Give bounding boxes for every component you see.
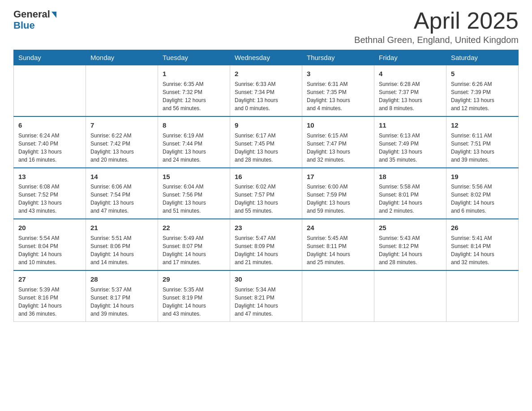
day-number: 25 — [379, 223, 442, 233]
logo-line2: Blue — [13, 20, 35, 31]
calendar-cell: 2Sunrise: 6:33 AM Sunset: 7:34 PM Daylig… — [230, 65, 302, 116]
title-block: April 2025 Bethnal Green, England, Unite… — [354, 9, 519, 45]
location-title: Bethnal Green, England, United Kingdom — [354, 35, 519, 45]
week-row-2: 6Sunrise: 6:24 AM Sunset: 7:40 PM Daylig… — [14, 116, 519, 168]
calendar-cell: 1Sunrise: 6:35 AM Sunset: 7:32 PM Daylig… — [158, 65, 230, 116]
week-row-1: 1Sunrise: 6:35 AM Sunset: 7:32 PM Daylig… — [14, 65, 519, 116]
day-info: Sunrise: 5:56 AM Sunset: 8:02 PM Dayligh… — [451, 183, 514, 215]
day-number: 17 — [307, 172, 369, 182]
header-row: SundayMondayTuesdayWednesdayThursdayFrid… — [14, 50, 519, 65]
header-cell-sunday: Sunday — [14, 50, 86, 65]
day-info: Sunrise: 6:04 AM Sunset: 7:56 PM Dayligh… — [163, 183, 225, 215]
day-info: Sunrise: 6:00 AM Sunset: 7:59 PM Dayligh… — [307, 183, 369, 215]
day-number: 2 — [235, 69, 297, 79]
calendar-cell: 20Sunrise: 5:54 AM Sunset: 8:04 PM Dayli… — [14, 219, 86, 270]
calendar-cell: 30Sunrise: 5:34 AM Sunset: 8:21 PM Dayli… — [230, 270, 302, 321]
calendar-cell: 22Sunrise: 5:49 AM Sunset: 8:07 PM Dayli… — [158, 219, 230, 270]
calendar-cell: 6Sunrise: 6:24 AM Sunset: 7:40 PM Daylig… — [14, 116, 86, 168]
day-info: Sunrise: 5:39 AM Sunset: 8:16 PM Dayligh… — [18, 286, 81, 318]
calendar-cell: 15Sunrise: 6:04 AM Sunset: 7:56 PM Dayli… — [158, 168, 230, 219]
week-row-4: 20Sunrise: 5:54 AM Sunset: 8:04 PM Dayli… — [14, 219, 519, 270]
day-info: Sunrise: 6:13 AM Sunset: 7:49 PM Dayligh… — [379, 132, 442, 164]
logo-line1: General — [13, 9, 56, 20]
day-info: Sunrise: 6:11 AM Sunset: 7:51 PM Dayligh… — [451, 132, 514, 164]
day-number: 21 — [90, 223, 153, 233]
day-info: Sunrise: 5:47 AM Sunset: 8:09 PM Dayligh… — [235, 234, 297, 266]
calendar-cell — [302, 270, 374, 321]
day-info: Sunrise: 5:58 AM Sunset: 8:01 PM Dayligh… — [379, 183, 442, 215]
calendar-cell: 4Sunrise: 6:28 AM Sunset: 7:37 PM Daylig… — [374, 65, 446, 116]
logo: General Blue — [13, 9, 56, 31]
day-number: 20 — [18, 223, 81, 233]
week-row-3: 13Sunrise: 6:08 AM Sunset: 7:52 PM Dayli… — [14, 168, 519, 219]
day-number: 8 — [163, 120, 225, 130]
day-info: Sunrise: 6:33 AM Sunset: 7:34 PM Dayligh… — [235, 80, 297, 112]
calendar-cell: 5Sunrise: 6:26 AM Sunset: 7:39 PM Daylig… — [446, 65, 519, 116]
calendar-cell: 11Sunrise: 6:13 AM Sunset: 7:49 PM Dayli… — [374, 116, 446, 168]
day-info: Sunrise: 6:24 AM Sunset: 7:40 PM Dayligh… — [18, 132, 81, 164]
calendar-cell: 8Sunrise: 6:19 AM Sunset: 7:44 PM Daylig… — [158, 116, 230, 168]
week-row-5: 27Sunrise: 5:39 AM Sunset: 8:16 PM Dayli… — [14, 270, 519, 321]
calendar-cell: 28Sunrise: 5:37 AM Sunset: 8:17 PM Dayli… — [86, 270, 158, 321]
day-info: Sunrise: 5:51 AM Sunset: 8:06 PM Dayligh… — [90, 234, 153, 266]
day-number: 13 — [18, 172, 81, 182]
calendar-cell: 25Sunrise: 5:43 AM Sunset: 8:12 PM Dayli… — [374, 219, 446, 270]
day-number: 15 — [163, 172, 225, 182]
day-number: 16 — [235, 172, 297, 182]
calendar-cell — [14, 65, 86, 116]
calendar-cell: 26Sunrise: 5:41 AM Sunset: 8:14 PM Dayli… — [446, 219, 519, 270]
calendar-cell — [446, 270, 519, 321]
day-number: 18 — [379, 172, 442, 182]
day-number: 5 — [451, 69, 514, 79]
header-cell-thursday: Thursday — [302, 50, 374, 65]
day-number: 7 — [90, 120, 153, 130]
calendar-cell: 27Sunrise: 5:39 AM Sunset: 8:16 PM Dayli… — [14, 270, 86, 321]
month-title: April 2025 — [354, 9, 519, 32]
day-info: Sunrise: 5:41 AM Sunset: 8:14 PM Dayligh… — [451, 234, 514, 266]
day-number: 26 — [451, 223, 514, 233]
day-info: Sunrise: 5:43 AM Sunset: 8:12 PM Dayligh… — [379, 234, 442, 266]
day-info: Sunrise: 6:31 AM Sunset: 7:35 PM Dayligh… — [307, 80, 369, 112]
calendar-cell: 24Sunrise: 5:45 AM Sunset: 8:11 PM Dayli… — [302, 219, 374, 270]
calendar-cell: 10Sunrise: 6:15 AM Sunset: 7:47 PM Dayli… — [302, 116, 374, 168]
day-info: Sunrise: 5:54 AM Sunset: 8:04 PM Dayligh… — [18, 234, 81, 266]
day-info: Sunrise: 6:26 AM Sunset: 7:39 PM Dayligh… — [451, 80, 514, 112]
day-number: 22 — [163, 223, 225, 233]
calendar-cell: 12Sunrise: 6:11 AM Sunset: 7:51 PM Dayli… — [446, 116, 519, 168]
calendar-cell: 19Sunrise: 5:56 AM Sunset: 8:02 PM Dayli… — [446, 168, 519, 219]
day-number: 6 — [18, 120, 81, 130]
day-number: 19 — [451, 172, 514, 182]
day-info: Sunrise: 5:49 AM Sunset: 8:07 PM Dayligh… — [163, 234, 225, 266]
header-cell-friday: Friday — [374, 50, 446, 65]
day-info: Sunrise: 5:35 AM Sunset: 8:19 PM Dayligh… — [163, 286, 225, 318]
day-number: 11 — [379, 120, 442, 130]
day-info: Sunrise: 6:15 AM Sunset: 7:47 PM Dayligh… — [307, 132, 369, 164]
calendar-table: SundayMondayTuesdayWednesdayThursdayFrid… — [13, 50, 519, 322]
calendar-cell — [374, 270, 446, 321]
header-cell-tuesday: Tuesday — [158, 50, 230, 65]
day-info: Sunrise: 6:02 AM Sunset: 7:57 PM Dayligh… — [235, 183, 297, 215]
day-number: 30 — [235, 274, 297, 284]
header-cell-monday: Monday — [86, 50, 158, 65]
day-info: Sunrise: 6:35 AM Sunset: 7:32 PM Dayligh… — [163, 80, 225, 112]
day-info: Sunrise: 6:22 AM Sunset: 7:42 PM Dayligh… — [90, 132, 153, 164]
day-number: 4 — [379, 69, 442, 79]
calendar-cell: 29Sunrise: 5:35 AM Sunset: 8:19 PM Dayli… — [158, 270, 230, 321]
page-header: General Blue April 2025 Bethnal Green, E… — [13, 9, 519, 45]
day-info: Sunrise: 6:08 AM Sunset: 7:52 PM Dayligh… — [18, 183, 81, 215]
calendar-cell: 14Sunrise: 6:06 AM Sunset: 7:54 PM Dayli… — [86, 168, 158, 219]
calendar-header: SundayMondayTuesdayWednesdayThursdayFrid… — [14, 50, 519, 65]
day-info: Sunrise: 6:06 AM Sunset: 7:54 PM Dayligh… — [90, 183, 153, 215]
day-info: Sunrise: 5:45 AM Sunset: 8:11 PM Dayligh… — [307, 234, 369, 266]
calendar-cell: 16Sunrise: 6:02 AM Sunset: 7:57 PM Dayli… — [230, 168, 302, 219]
day-info: Sunrise: 5:37 AM Sunset: 8:17 PM Dayligh… — [90, 286, 153, 318]
day-number: 3 — [307, 69, 369, 79]
day-number: 23 — [235, 223, 297, 233]
day-info: Sunrise: 6:19 AM Sunset: 7:44 PM Dayligh… — [163, 132, 225, 164]
day-number: 28 — [90, 274, 153, 284]
calendar-cell: 9Sunrise: 6:17 AM Sunset: 7:45 PM Daylig… — [230, 116, 302, 168]
calendar-cell: 13Sunrise: 6:08 AM Sunset: 7:52 PM Dayli… — [14, 168, 86, 219]
day-info: Sunrise: 5:34 AM Sunset: 8:21 PM Dayligh… — [235, 286, 297, 318]
day-info: Sunrise: 6:17 AM Sunset: 7:45 PM Dayligh… — [235, 132, 297, 164]
calendar-cell: 23Sunrise: 5:47 AM Sunset: 8:09 PM Dayli… — [230, 219, 302, 270]
